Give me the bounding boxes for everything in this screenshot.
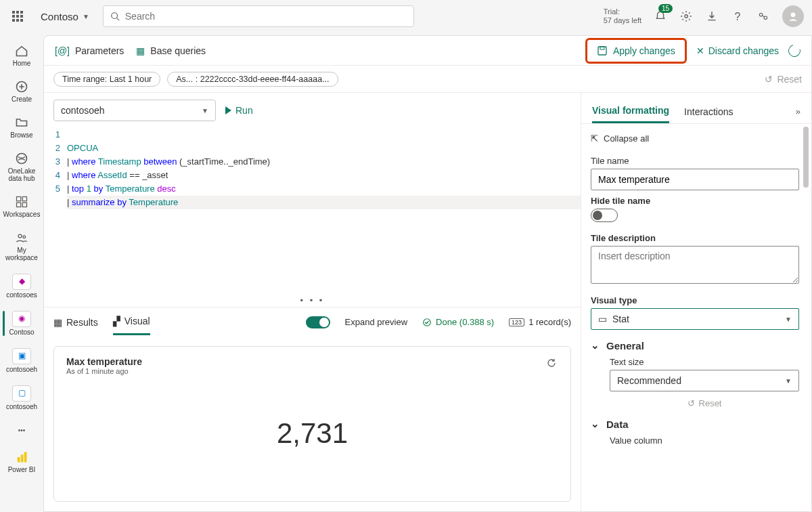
- nav-my-workspace[interactable]: My workspace: [3, 226, 41, 265]
- tile-description-input[interactable]: [591, 246, 799, 284]
- check-circle-icon: [422, 318, 432, 327]
- chevron-down-icon: ▼: [785, 377, 792, 385]
- download-icon[interactable]: [705, 9, 719, 23]
- collapse-icon: ⇱: [591, 133, 598, 144]
- stat-icon: ▭: [598, 314, 607, 324]
- undo-icon: ↺: [687, 398, 695, 408]
- help-icon[interactable]: ?: [731, 9, 744, 23]
- notifications-icon[interactable]: 15: [654, 9, 667, 23]
- plus-circle-icon: [14, 79, 29, 94]
- nav-home[interactable]: Home: [3, 39, 41, 71]
- chevron-down-icon: ⌄: [591, 339, 600, 351]
- visual-type-label: Visual type: [591, 295, 799, 305]
- parameters-button[interactable]: [@] Parameters: [55, 45, 124, 56]
- time-range-pill[interactable]: Time range: Last 1 hour: [53, 72, 160, 87]
- format-panel: Visual formatting Interactions » ⇱ Colla…: [581, 93, 811, 511]
- nav-create[interactable]: Create: [3, 75, 41, 107]
- nav-more[interactable]: •••: [3, 419, 41, 442]
- asset-pill[interactable]: As... : 2222cccc-33dd-eeee-ff44-aaaaa...: [167, 72, 338, 87]
- resize-handle[interactable]: • • •: [44, 294, 581, 307]
- svg-rect-12: [22, 202, 26, 207]
- tab-results[interactable]: ▦ Results: [53, 310, 98, 335]
- number-icon: 123: [509, 318, 524, 326]
- tab-visual[interactable]: ▞ Visual: [113, 309, 150, 335]
- close-icon: ✕: [696, 45, 704, 56]
- preview-area: Max temperature As of 1 minute ago 2,731: [44, 337, 581, 511]
- tab-interactions[interactable]: Interactions: [684, 101, 733, 123]
- svg-rect-9: [17, 197, 21, 201]
- filter-bar: Time range: Last 1 hour As... : 2222cccc…: [44, 66, 811, 93]
- line-gutter: 12345: [44, 128, 67, 209]
- refresh-icon[interactable]: [786, 42, 803, 59]
- command-bar: [@] Parameters ▦ Base queries Apply chan…: [44, 36, 811, 66]
- collapse-all-button[interactable]: ⇱ Collapse all: [591, 131, 799, 150]
- workspace-tile-icon: ◉: [12, 311, 31, 327]
- more-icon: •••: [14, 423, 29, 438]
- nav-workspaces[interactable]: Workspaces: [3, 190, 41, 222]
- people-icon: [14, 230, 29, 245]
- hide-tile-name-toggle[interactable]: [591, 209, 618, 222]
- apply-changes-button[interactable]: Apply changes: [585, 38, 687, 64]
- text-size-select[interactable]: Recommended ▼: [610, 370, 799, 391]
- tile-name-input[interactable]: [591, 169, 799, 190]
- visual-type-select[interactable]: ▭Stat ▼: [591, 308, 799, 330]
- chevron-down-icon: ⌄: [591, 418, 600, 430]
- notification-badge: 15: [658, 4, 673, 13]
- nav-ws-contosoeh1[interactable]: ▣ contosoeh: [3, 344, 41, 377]
- svg-point-13: [18, 234, 22, 238]
- reset-section-button[interactable]: ↺ Reset: [610, 398, 799, 408]
- nav-browse[interactable]: Browse: [3, 111, 41, 143]
- tile-description-label: Tile description: [591, 233, 799, 243]
- svg-line-1: [116, 18, 119, 21]
- svg-rect-11: [17, 202, 21, 207]
- search-box[interactable]: [103, 5, 414, 27]
- svg-text:?: ?: [735, 11, 741, 22]
- code-editor[interactable]: 12345 OPCUA | where Timestamp between (_…: [44, 128, 581, 215]
- workspace-tile-icon: ◆: [12, 274, 31, 290]
- svg-point-14: [23, 236, 26, 238]
- nav-onelake[interactable]: OneLake data hub: [3, 147, 41, 186]
- reset-filters-button[interactable]: ↺ Reset: [765, 74, 802, 85]
- workspace-tile-icon: ▢: [12, 385, 31, 402]
- powerbi-icon: [14, 450, 29, 465]
- run-button[interactable]: Run: [225, 105, 253, 116]
- base-queries-button[interactable]: ▦ Base queries: [136, 45, 206, 56]
- datasource-select[interactable]: contosoeh ▼: [53, 100, 216, 121]
- workspace-tile-icon: ▣: [12, 348, 31, 364]
- expand-preview-toggle[interactable]: [306, 316, 330, 328]
- tile-name-label: Tile name: [591, 156, 799, 166]
- svg-point-8: [17, 154, 27, 164]
- top-bar: Contoso ▼ Trial:57 days left 15 ?: [0, 0, 812, 33]
- app-launcher-icon[interactable]: [8, 7, 27, 26]
- text-size-label: Text size: [610, 357, 799, 367]
- nav-ws-contoso[interactable]: ◉ Contoso: [3, 307, 41, 340]
- record-count: 123 1 record(s): [509, 317, 571, 327]
- datahub-icon: [14, 151, 29, 166]
- nav-ws-contosoes[interactable]: ◆ contosoes: [3, 270, 41, 303]
- chart-icon: ▞: [113, 316, 120, 326]
- expand-panel-icon[interactable]: »: [796, 106, 800, 116]
- tab-visual-formatting[interactable]: Visual formatting: [592, 100, 669, 123]
- user-avatar[interactable]: [782, 5, 804, 27]
- nav-ws-contosoeh2[interactable]: ▢ contosoeh: [3, 381, 41, 414]
- discard-changes-button[interactable]: ✕ Discard changes: [696, 45, 779, 56]
- scrollbar[interactable]: [803, 127, 809, 188]
- svg-point-0: [112, 13, 118, 19]
- trial-status: Trial:57 days left: [604, 7, 641, 25]
- query-editor-area: contosoeh ▼ Run 12345 OPCUA | where Time…: [44, 93, 581, 511]
- section-general[interactable]: ⌄ General: [591, 339, 799, 351]
- tile-title: Max temperature: [66, 356, 142, 367]
- section-data[interactable]: ⌄ Data: [591, 418, 799, 430]
- query-status: Done (0.388 s): [422, 317, 494, 327]
- feedback-icon[interactable]: [757, 9, 770, 23]
- svg-point-5: [764, 16, 767, 20]
- search-input[interactable]: [125, 11, 407, 22]
- code-lines: OPCUA | where Timestamp between (_startT…: [67, 128, 581, 209]
- tile-refresh-icon[interactable]: [545, 356, 558, 370]
- parameters-icon: [@]: [55, 45, 70, 56]
- nav-powerbi[interactable]: Power BI: [3, 446, 41, 477]
- org-switcher[interactable]: Contoso ▼: [35, 8, 95, 25]
- svg-point-2: [685, 15, 688, 18]
- workspaces-icon: [14, 194, 29, 209]
- settings-icon[interactable]: [679, 9, 693, 23]
